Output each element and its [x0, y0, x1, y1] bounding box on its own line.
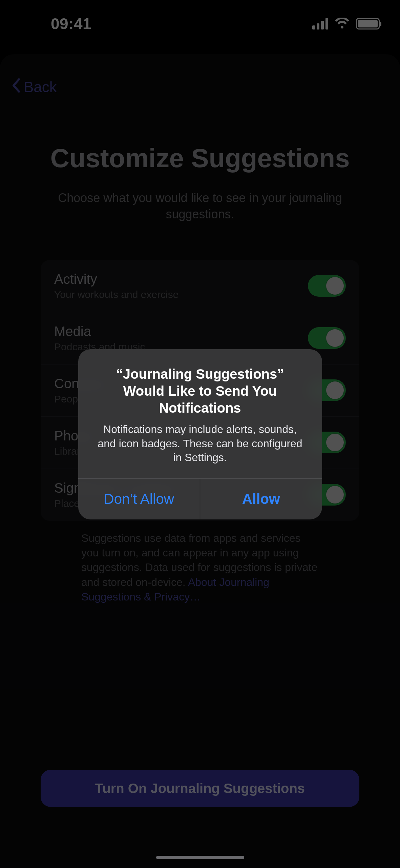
- alert-allow-button[interactable]: Allow: [200, 479, 322, 519]
- alert-title: “Journaling Suggestions” Would Like to S…: [95, 366, 305, 416]
- alert-dont-allow-button[interactable]: Don’t Allow: [78, 479, 201, 519]
- notification-permission-alert: “Journaling Suggestions” Would Like to S…: [78, 349, 322, 519]
- alert-message: Notifications may include alerts, sounds…: [95, 422, 305, 465]
- home-indicator: [156, 856, 244, 859]
